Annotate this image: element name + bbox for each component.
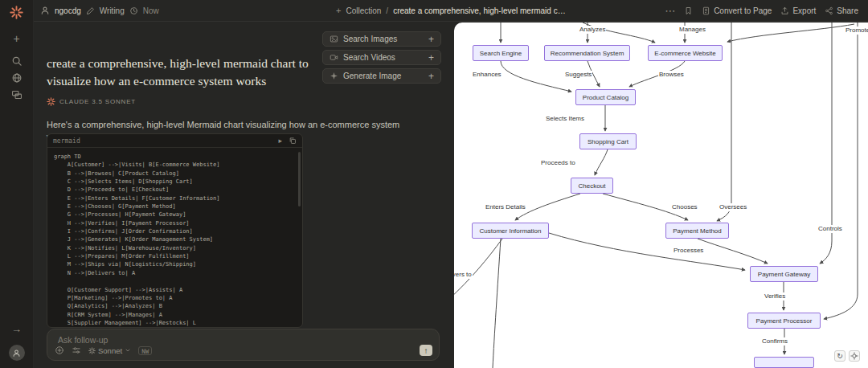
composer: Sonnet NW ↑ [47,329,440,361]
search-images-chip[interactable]: Search Images + [322,31,441,47]
more-options-icon[interactable]: ⋯ [665,6,675,16]
chip-label: Generate Image [343,72,424,80]
breadcrumb-doc-title[interactable]: create a comprehensive, high-level merma… [393,6,568,15]
diagram-node: Search Engine [473,45,529,61]
diagram-node: Checkout [571,178,613,194]
diagram-edge-label: Controls [817,225,843,233]
bookmark-icon[interactable] [684,6,693,15]
generate-image-chip[interactable]: Generate Image + [322,68,441,84]
diagram-edge-label: Analyzes [579,26,606,34]
crosshair-icon [850,352,858,360]
copy-code-icon[interactable] [289,137,297,145]
diagram-edge-label: Suggests [564,71,592,79]
canvas-controls: ↻ [834,350,860,362]
convert-to-page-label: Convert to Page [714,6,772,15]
timestamp: Now [143,6,159,15]
rerender-button[interactable]: ↻ [834,350,845,362]
share-icon [825,6,833,15]
page-icon [702,6,710,15]
diagram-edge-label: Browses [658,71,685,79]
code-language-label: mermaid [53,137,80,145]
shortcut-badge: NW [138,346,152,355]
diagram-edge-label: Processes [673,247,704,255]
app-window: + → [0,0,868,368]
code-content: graph TD A[Customer] -->|Visits| B[E-com… [47,148,302,328]
tools-sliders-icon[interactable] [72,346,81,355]
model-selector-label: Sonnet [98,346,122,355]
code-block-header: mermaid ▸ [47,134,302,148]
sparkle-icon [330,72,338,80]
chip-label: Search Images [343,35,424,43]
diagram-edge-label: Enters Details [485,203,526,211]
claude-spark-icon [47,97,55,106]
breadcrumb-collection[interactable]: Collection [346,6,381,15]
add-icon: + [428,53,434,63]
model-name: CLAUDE 3.5 SONNET [59,98,136,105]
diagram-edge-label: Oversees [719,203,747,211]
search-videos-chip[interactable]: Search Videos + [322,50,441,65]
diagram-edge-label: Promotes to [845,27,868,35]
diagram-node [754,357,814,368]
diagram-edge-label: Chooses [671,203,698,211]
video-icon [330,53,338,62]
spark-icon [88,347,96,354]
diagram-node: Product Catalog [575,89,636,105]
add-icon: + [428,72,434,81]
username[interactable]: ngocdg [55,6,81,15]
breadcrumb-separator: / [386,6,388,15]
send-button[interactable]: ↑ [420,345,432,356]
export-icon [780,6,789,15]
diagram-node: Customer Information [472,223,549,239]
export-label: Export [792,6,816,15]
diagram-canvas[interactable]: Search EngineRecommendation SystemE-comm… [454,22,868,368]
diagram-edge-label: Verifies [764,292,786,301]
diagram-node: Payment Method [665,223,729,239]
new-chat-icon[interactable]: + [13,32,19,45]
clock-icon [129,6,138,15]
attach-plus-icon[interactable] [55,346,64,355]
code-scrollbar[interactable] [298,152,301,206]
image-icon [330,35,338,43]
recenter-button[interactable] [849,350,860,362]
globe-icon[interactable] [11,72,23,84]
breadcrumb: + Collection / create a comprehensive, h… [336,0,568,22]
export-button[interactable]: Export [780,6,816,15]
diagram-node: Recommendation System [544,45,630,61]
user-icon [40,6,50,15]
expand-sidebar-icon[interactable]: → [11,323,22,335]
left-rail: + → [0,0,34,368]
followup-input[interactable] [56,333,426,346]
model-selector[interactable]: Sonnet [88,346,131,355]
diagram-node: E-commerce Website [648,45,723,61]
convert-to-page-button[interactable]: Convert to Page [702,6,772,15]
mode-label[interactable]: Writing [100,6,125,15]
diagram-edge-label: Enhances [472,71,502,79]
chevron-down-icon [125,347,131,354]
model-attribution: CLAUDE 3.5 SONNET [47,97,136,106]
conversation-title: create a comprehensive, high-level merma… [47,55,315,89]
diagram-edge-label: Proceeds to [540,159,576,167]
claude-logo-icon[interactable] [10,6,23,19]
diagram-node: Shopping Cart [579,133,637,149]
diagram-node: Payment Gateway [750,266,818,282]
diagram-edge-label: Confirms [761,337,788,346]
code-block: mermaid ▸ graph TD A[Customer] -->|Visit… [47,133,303,328]
user-avatar[interactable] [9,345,25,361]
search-icon[interactable] [11,55,23,67]
run-code-icon[interactable]: ▸ [278,137,282,145]
share-button[interactable]: Share [825,6,858,15]
add-icon: + [428,35,434,44]
share-label: Share [837,6,858,15]
top-bar: ngocdg Writing Now + Collection / create… [34,0,868,22]
chip-label: Search Videos [343,53,424,62]
diagram-edge-label: Manages [678,26,706,34]
screens-icon[interactable] [11,89,23,100]
tool-chips: Search Images + Search Videos + Generate… [322,31,441,84]
diagram-edge-label: Delivers to [454,271,473,279]
plus-icon: + [336,6,341,15]
refresh-icon: ↻ [837,352,843,360]
diagram-edge-label: Selects Items [545,115,585,123]
pencil-icon [86,6,95,15]
diagram-node: Payment Processor [747,313,821,329]
